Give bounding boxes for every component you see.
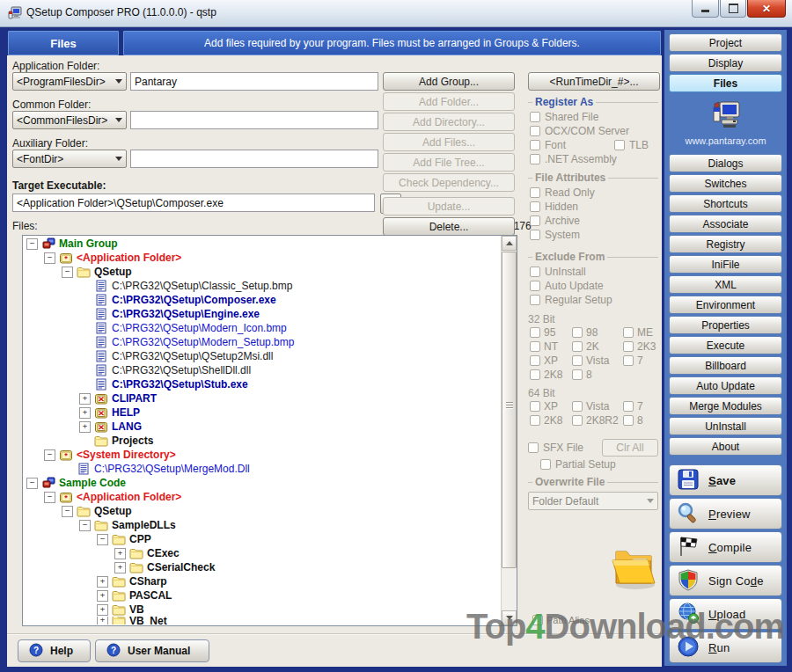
sidebar-item-about[interactable]: About <box>669 437 782 456</box>
collapse-icon[interactable]: − <box>26 238 38 250</box>
tree-row[interactable]: −CPP <box>23 532 502 546</box>
checkbox[interactable] <box>623 401 634 412</box>
checkbox[interactable] <box>572 327 583 338</box>
sidebar-item-registry[interactable]: Registry <box>669 235 782 253</box>
checkbox[interactable] <box>530 215 540 226</box>
tree-row[interactable]: −Sample Code <box>23 476 502 490</box>
sidebar-item-properties[interactable]: Properties <box>669 316 782 334</box>
tree-row[interactable]: −*<System Directory> <box>23 448 502 462</box>
sidebar-item-switches[interactable]: Switches <box>669 174 782 193</box>
tree-row[interactable]: +CExec <box>23 546 502 560</box>
collapse-icon[interactable]: − <box>79 520 91 531</box>
run-button[interactable]: Run <box>669 632 782 663</box>
target-executable-input[interactable] <box>12 194 375 212</box>
sidebar-item-xml[interactable]: XML <box>669 275 782 294</box>
checkbox[interactable] <box>530 140 540 150</box>
checkbox[interactable] <box>572 341 583 352</box>
tree-row[interactable]: C:\PRG32\QSetup\Stub.exe <box>23 377 502 391</box>
checkbox[interactable] <box>530 295 540 305</box>
tree-row[interactable]: C:\PRG32\QSetup\Modern_Setup.bmp <box>23 335 502 349</box>
tree-row[interactable]: −QSetup <box>23 265 502 279</box>
tree-row[interactable]: +HELP <box>23 405 502 420</box>
tree-row[interactable]: C:\PRG32\QSetup\QSetup2Msi.dll <box>23 349 502 363</box>
collapse-icon[interactable]: − <box>44 252 55 264</box>
tree-row[interactable]: +CLIPART <box>23 391 502 405</box>
brand-site-link[interactable]: www.pantaray.com <box>685 135 766 146</box>
action-button-add-group[interactable]: Add Group... <box>383 72 515 91</box>
tree-row[interactable]: +CSerialCheck <box>23 560 502 574</box>
sidebar-item-merge-modules[interactable]: Merge Modules <box>669 397 782 415</box>
help-button[interactable]: ? Help <box>18 639 91 662</box>
checkbox[interactable] <box>530 267 540 277</box>
expand-icon[interactable]: + <box>79 421 91 433</box>
checkbox[interactable] <box>530 201 540 212</box>
common-folder-input[interactable] <box>130 111 378 129</box>
checkbox[interactable] <box>530 355 540 366</box>
tree-row[interactable]: +PASCAL <box>23 588 502 603</box>
checkbox[interactable] <box>572 355 583 366</box>
compile-button[interactable]: Compile <box>669 531 782 563</box>
checkbox[interactable] <box>572 401 583 412</box>
maximize-button[interactable] <box>720 0 746 18</box>
sidebar-item-inifile[interactable]: IniFile <box>669 255 782 274</box>
checkbox[interactable] <box>572 415 583 426</box>
checkbox[interactable] <box>530 341 540 352</box>
checkbox[interactable] <box>530 230 540 240</box>
checkbox[interactable] <box>540 459 551 470</box>
tree-row[interactable]: −*<Application Folder> <box>23 251 502 265</box>
tree-row[interactable]: Projects <box>23 434 502 448</box>
expand-icon[interactable]: + <box>114 562 126 573</box>
scroll-down-button[interactable] <box>502 610 517 625</box>
checkbox[interactable] <box>614 140 625 150</box>
action-button-add-file-tree[interactable]: Add File Tree... <box>383 153 515 172</box>
tree-row[interactable]: C:\PRG32\QSetup\ShellDll.dll <box>23 363 502 377</box>
collapse-icon[interactable]: − <box>44 449 55 461</box>
expand-icon[interactable]: + <box>114 548 126 559</box>
checkbox[interactable] <box>530 327 540 338</box>
expand-icon[interactable]: + <box>79 407 91 419</box>
clr-all-button[interactable]: Clr All <box>602 439 658 457</box>
collapse-icon[interactable]: − <box>62 506 73 517</box>
checkbox[interactable] <box>528 442 539 453</box>
tree-scrollbar[interactable] <box>501 236 517 625</box>
common-folder-combobox[interactable]: <CommonFilesDir> <box>12 111 127 129</box>
banner-files-tab[interactable]: Files <box>7 30 120 56</box>
sidebar-item-project[interactable]: Project <box>669 33 782 52</box>
application-folder-combobox[interactable]: <ProgramFilesDir> <box>12 72 127 91</box>
tree-row[interactable]: +VB_Net <box>23 617 502 625</box>
checkbox[interactable] <box>623 327 634 338</box>
checkbox[interactable] <box>623 355 634 366</box>
action-button-delete[interactable]: Delete... <box>383 217 515 236</box>
save-button[interactable]: Save <box>669 464 782 496</box>
expand-icon[interactable]: + <box>97 576 108 588</box>
tree-row[interactable]: −Main Group <box>23 237 502 251</box>
auxiliary-folder-combobox[interactable]: <FontDir> <box>12 150 127 168</box>
title-bar[interactable]: QSetup Composer PRO (11.0.0.0) - qstp ✕ <box>0 0 792 27</box>
action-button-add-folder[interactable]: Add Folder... <box>383 92 515 111</box>
tree-row[interactable]: C:\PRG32\QSetup\Engine.exe <box>23 307 502 321</box>
expand-icon[interactable]: + <box>79 393 91 405</box>
overwrite-combobox[interactable]: Folder Default <box>528 492 658 510</box>
sidebar-item-execute[interactable]: Execute <box>669 336 782 354</box>
action-button-add-files[interactable]: Add Files... <box>383 133 515 151</box>
expand-icon[interactable]: + <box>97 617 108 625</box>
checkbox[interactable] <box>530 415 540 426</box>
upload-button[interactable]: Upload <box>669 598 782 630</box>
tree-row[interactable]: −*<Application Folder> <box>23 490 502 504</box>
sidebar-item-auto-update[interactable]: Auto Update <box>669 376 782 395</box>
collapse-icon[interactable]: − <box>97 534 108 545</box>
tree-row[interactable]: C:\PRG32\QSetup\MergeMod.Dll <box>23 462 502 476</box>
checkbox[interactable] <box>572 369 583 380</box>
collapse-icon[interactable]: − <box>62 267 73 278</box>
checkbox[interactable] <box>530 154 540 164</box>
auxiliary-folder-input[interactable] <box>130 150 378 168</box>
preview-button[interactable]: Preview <box>669 498 782 530</box>
tree-row[interactable]: +VB <box>23 603 502 617</box>
checkbox[interactable] <box>530 112 540 122</box>
sidebar-item-associate[interactable]: Associate <box>669 215 782 233</box>
checkbox[interactable] <box>530 281 540 291</box>
sidebar-item-uninstall[interactable]: UnInstall <box>669 417 782 435</box>
sidebar-item-dialogs[interactable]: Dialogs <box>669 154 782 172</box>
user-manual-button[interactable]: ? User Manual <box>95 639 209 662</box>
action-button-update[interactable]: Update... <box>383 197 515 215</box>
